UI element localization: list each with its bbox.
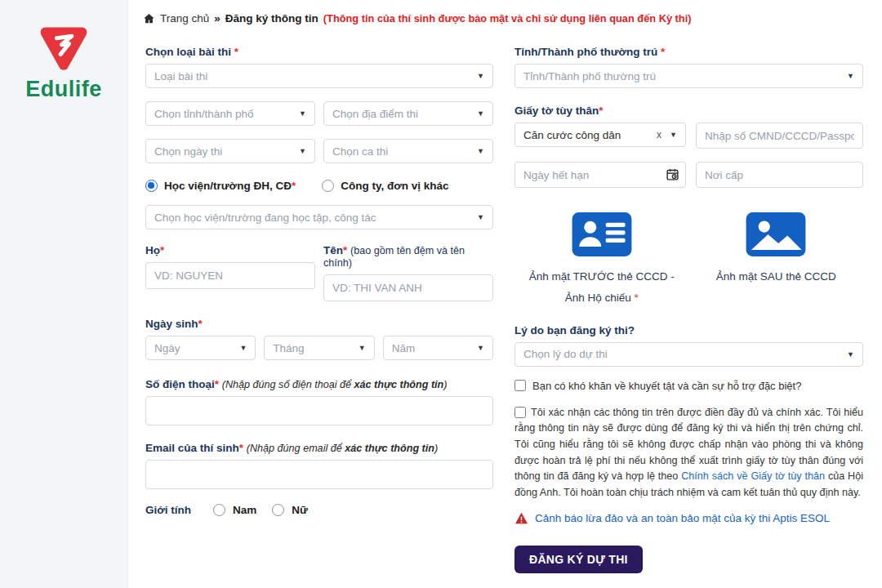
id-front-upload[interactable]: Ảnh mặt TRƯỚC thẻ CCCD - Ảnh Hộ chiếu *: [514, 211, 689, 310]
main-content: Trang chủ » Đăng ký thông tin (Thông tin…: [128, 0, 882, 588]
org-company-label: Công ty, đơn vị khác: [341, 180, 448, 192]
id-doc-label: Giấy tờ tùy thân*: [514, 105, 863, 117]
identity-policy-link[interactable]: Chính sách về Giấy tờ tùy thân: [681, 470, 825, 482]
first-name-label: Tên* (bao gồm tên đệm và tên chính): [323, 244, 493, 269]
org-school-radio[interactable]: [145, 180, 158, 192]
chevron-down-icon: ▼: [477, 109, 484, 118]
breadcrumb-home[interactable]: Trang chủ: [160, 12, 209, 24]
org-company-radio[interactable]: [322, 180, 334, 192]
fraud-warning: Cảnh báo lừa đảo và an toàn bảo mật của …: [514, 512, 863, 524]
edulife-logo-icon: [37, 24, 91, 74]
id-back-upload[interactable]: Ảnh mặt SAU thẻ CCCD: [689, 211, 864, 310]
brand-logo[interactable]: Edulife: [0, 24, 127, 102]
last-name-label: Họ*: [145, 244, 315, 256]
id-number-input[interactable]: [696, 122, 863, 149]
gender-label: Giới tính: [145, 504, 191, 516]
exam-session-select[interactable]: Chọn ca thi ▼: [323, 139, 493, 163]
warning-icon: [514, 512, 528, 524]
calendar-icon[interactable]: [666, 167, 679, 181]
phone-input[interactable]: [145, 396, 493, 425]
chevron-down-icon: ▼: [239, 344, 247, 352]
dob-day-select[interactable]: Ngày ▼: [145, 336, 256, 360]
special-support-label: Bạn có khó khăn về khuyết tật và cần sự …: [532, 380, 801, 392]
dob-year-select[interactable]: Năm ▼: [383, 336, 493, 360]
id-card-icon: [571, 211, 633, 258]
chevron-down-icon: ▼: [299, 109, 306, 118]
dob-month-select[interactable]: Tháng ▼: [264, 336, 374, 360]
consent-checkbox[interactable]: [514, 407, 526, 418]
chevron-down-icon: ▼: [299, 147, 306, 155]
id-photo-uploads: Ảnh mặt TRƯỚC thẻ CCCD - Ảnh Hộ chiếu * …: [514, 211, 863, 310]
chevron-down-icon: ▼: [359, 344, 366, 352]
school-select[interactable]: Chọn học viện/trường đang học tập, công …: [145, 205, 493, 229]
reason-label: Lý do bạn đăng ký thi?: [514, 324, 863, 336]
last-name-input[interactable]: [145, 262, 315, 289]
email-input[interactable]: [145, 460, 493, 489]
breadcrumb-privacy-note: (Thông tin của thí sinh được bảo mật và …: [323, 12, 692, 24]
exam-location-select[interactable]: Chọn địa điểm thi ▼: [323, 101, 493, 126]
chevron-down-icon: ▼: [477, 344, 484, 352]
gender-female-label: Nữ: [292, 504, 308, 516]
form-left-column: Chọn loại bài thi * Loại bài thi ▼ Chọn …: [145, 46, 493, 516]
residence-label: Tỉnh/Thành phố thường trú *: [514, 46, 863, 58]
image-icon: [745, 211, 807, 258]
form-right-column: Tỉnh/Thành phố thường trú * Tỉnh/Thành p…: [514, 46, 863, 573]
id-doc-type-select[interactable]: Căn cước công dân x ▼: [514, 122, 686, 147]
home-icon[interactable]: [143, 12, 155, 24]
consent-paragraph: Tôi xác nhận các thông tin trên được điề…: [514, 405, 863, 501]
chevron-down-icon: ▼: [847, 350, 854, 359]
residence-select[interactable]: Tỉnh/Thành phố thường trú ▼: [514, 64, 863, 88]
gender-female-radio[interactable]: [272, 504, 284, 516]
special-support-checkbox[interactable]: [514, 380, 526, 391]
reason-select[interactable]: Chọn lý do dự thi ▼: [514, 342, 863, 367]
email-label: Email của thí sinh* (Nhập đúng email để …: [145, 442, 493, 454]
register-button[interactable]: ĐĂNG KÝ DỰ THI: [514, 546, 643, 573]
brand-name: Edulife: [0, 77, 127, 102]
gender-male-radio[interactable]: [213, 504, 225, 516]
chevron-down-icon: ▼: [477, 147, 484, 155]
id-back-caption: Ảnh mặt SAU thẻ CCCD: [689, 266, 864, 287]
breadcrumb-current: Đăng ký thông tin: [225, 12, 318, 24]
exam-type-select[interactable]: Loại bài thi ▼: [145, 64, 493, 88]
sidebar: Edulife: [0, 0, 128, 588]
province-select[interactable]: Chọn tỉnh/thành phố ▼: [145, 101, 315, 126]
chevron-down-icon: ▼: [477, 72, 484, 80]
fraud-warning-link[interactable]: Cảnh báo lừa đảo và an toàn bảo mật của …: [535, 512, 830, 524]
chevron-down-icon: ▼: [847, 72, 854, 80]
chevron-down-icon: ▼: [477, 213, 484, 221]
breadcrumb: Trang chủ » Đăng ký thông tin (Thông tin…: [143, 12, 691, 24]
exam-type-label: Chọn loại bài thi *: [145, 46, 493, 58]
id-issue-place-input[interactable]: [696, 162, 863, 188]
clear-icon[interactable]: x: [657, 129, 662, 140]
dob-label: Ngày sinh*: [145, 318, 493, 330]
breadcrumb-separator-icon: »: [214, 12, 220, 24]
gender-male-label: Nam: [233, 504, 256, 516]
phone-label: Số điện thoại* (Nhập đúng số điện thoại …: [145, 378, 493, 390]
chevron-down-icon: ▼: [670, 131, 677, 139]
org-school-label: Học viện/trường ĐH, CĐ*: [164, 180, 296, 192]
id-front-caption: Ảnh mặt TRƯỚC thẻ CCCD - Ảnh Hộ chiếu *: [514, 266, 689, 310]
id-expiry-input[interactable]: [514, 162, 686, 188]
exam-date-select[interactable]: Chọn ngày thi ▼: [145, 139, 315, 163]
first-name-input[interactable]: [323, 274, 493, 301]
